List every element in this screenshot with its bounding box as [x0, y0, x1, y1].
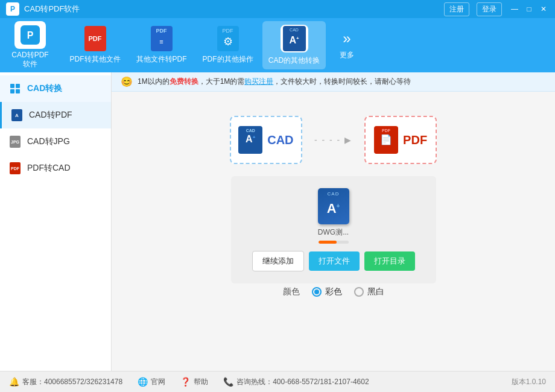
cad-convert-icon: CAD A+	[281, 25, 308, 52]
cad-to-jpg-icon: JPG	[9, 136, 21, 148]
version-info: 版本1.0.10	[512, 377, 546, 387]
pdf-to-other-label: PDF转其他文件	[70, 54, 121, 65]
status-website[interactable]: 🌐 官网	[138, 377, 165, 387]
sidebar: CAD转换 A CAD转PDF JPG CAD转JPG	[0, 72, 112, 371]
phone-icon: 📞	[223, 377, 233, 387]
color-radio-selected[interactable]	[312, 287, 322, 297]
svg-rect-4	[10, 89, 14, 93]
globe-icon: 🌐	[138, 377, 148, 387]
close-button[interactable]: ✕	[538, 4, 549, 14]
login-button[interactable]: 登录	[477, 2, 502, 16]
svg-rect-5	[16, 89, 20, 93]
file-name: DWG测...	[318, 227, 349, 238]
toolbar-item-pdf-to-other[interactable]: PDF PDF转其他文件	[63, 21, 127, 69]
sidebar-pdf-to-cad-label: PDF转CAD	[27, 163, 71, 174]
sidebar-item-cad-to-pdf[interactable]: A CAD转PDF	[0, 102, 111, 128]
pdf-label: PDF	[403, 133, 427, 147]
svg-text:PDF: PDF	[11, 166, 20, 171]
pdf-ops-label: PDF的其他操作	[203, 54, 253, 65]
svg-rect-3	[16, 84, 20, 88]
minimize-button[interactable]: —	[509, 4, 520, 14]
app-title: CAD转PDF软件	[24, 4, 80, 14]
logo-area: P CAD转PDF 软件	[6, 21, 54, 69]
file-progress-fill	[319, 241, 337, 244]
status-hotline: 📞 咨询热线：400-668-5572/181-2107-4602	[223, 377, 369, 387]
cad-to-pdf-icon: A	[11, 109, 23, 121]
svg-rect-2	[10, 84, 14, 88]
sidebar-item-pdf-to-cad[interactable]: PDF PDF转CAD	[0, 155, 111, 182]
sidebar-cad-to-jpg-label: CAD转JPG	[27, 136, 70, 147]
color-options: 颜色 彩色 黑白	[283, 286, 384, 297]
color-option-color-label: 彩色	[325, 286, 342, 297]
svg-text:JPG: JPG	[11, 140, 20, 144]
main-container: CAD转换 A CAD转PDF JPG CAD转JPG	[0, 72, 555, 371]
open-dir-button[interactable]: 打开目录	[364, 251, 415, 271]
cad-label: CAD	[267, 133, 293, 147]
bell-icon: 🔔	[9, 377, 19, 387]
file-progress-bar	[319, 241, 349, 244]
pdf-to-other-icon: PDF	[84, 26, 106, 51]
other-to-pdf-label: 其他文件转PDF	[136, 54, 187, 65]
status-bar: 🔔 客服：4006685572/326231478 🌐 官网 ❓ 帮助 📞 咨询…	[0, 371, 555, 392]
action-buttons: 继续添加 打开文件 打开目录	[252, 251, 415, 271]
pdf-ops-icon: PDF ⚙	[217, 26, 239, 51]
title-bar: P CAD转PDF软件 注册 登录 — □ ✕	[0, 0, 555, 18]
grid-icon	[9, 83, 21, 95]
app-logo-small: P	[6, 2, 19, 16]
pdf-to-cad-icon: PDF	[9, 162, 21, 174]
bw-radio[interactable]	[354, 287, 364, 297]
app-logo: P	[14, 21, 46, 49]
sidebar-cad-to-pdf-label: CAD转PDF	[29, 110, 72, 121]
notice-bar: 😊 1M以内的免费转换，大于1M的需购买注册，文件较大时，转换时间较长，请耐心等…	[112, 72, 555, 92]
drop-zone[interactable]: CAD A+ DWG测... 继续添加 打开文件 打开目录	[231, 176, 436, 283]
open-file-button[interactable]: 打开文件	[309, 251, 360, 271]
file-icon-large: CAD A+	[318, 188, 349, 224]
sidebar-header-label: CAD转换	[27, 83, 62, 94]
cad-convert-label: CAD的其他转换	[268, 55, 320, 66]
other-to-pdf-icon: PDF ≡	[151, 26, 173, 51]
cad-source-box: CAD A+ CAD	[230, 116, 302, 164]
maximize-button[interactable]: □	[524, 4, 534, 14]
toolbar-item-pdf-ops[interactable]: PDF ⚙ PDF的其他操作	[196, 21, 259, 69]
notice-emoji: 😊	[121, 76, 133, 87]
notice-text: 1M以内的免费转换，大于1M的需购买注册，文件较大时，转换时间较长，请耐心等待	[138, 77, 411, 87]
color-option-bw-label: 黑白	[367, 286, 384, 297]
logo-text: CAD转PDF 软件	[11, 51, 48, 69]
more-label: 更多	[340, 50, 354, 60]
status-help[interactable]: ❓ 帮助	[180, 377, 208, 387]
register-button[interactable]: 注册	[444, 2, 469, 16]
content-area: 😊 1M以内的免费转换，大于1M的需购买注册，文件较大时，转换时间较长，请耐心等…	[112, 72, 555, 371]
cad-file-icon: CAD A+	[238, 126, 262, 154]
pdf-target-box: PDF 📄 PDF	[364, 116, 437, 164]
sidebar-item-cad-to-jpg[interactable]: JPG CAD转JPG	[0, 128, 111, 155]
toolbar-item-cad-convert[interactable]: CAD A+ CAD的其他转换	[262, 21, 326, 69]
svg-text:P: P	[27, 30, 34, 40]
pdf-file-icon: PDF 📄	[374, 126, 398, 154]
svg-text:A: A	[15, 113, 19, 118]
toolbar-item-more[interactable]: » 更多	[329, 21, 365, 69]
conversion-arrow: - - - - ▶	[314, 135, 352, 145]
toolbar-item-other-to-pdf[interactable]: PDF ≡ 其他文件转PDF	[130, 21, 193, 69]
conversion-area: CAD A+ CAD - - - - ▶ PDF 📄 PDF	[112, 92, 555, 371]
help-icon: ❓	[180, 377, 191, 387]
conversion-flow: CAD A+ CAD - - - - ▶ PDF 📄 PDF	[230, 116, 437, 164]
add-button[interactable]: 继续添加	[252, 251, 304, 271]
file-item: CAD A+ DWG测...	[318, 188, 349, 244]
toolbar: P CAD转PDF 软件 PDF PDF转其他文件 PDF ≡ 其他文件转PDF…	[0, 18, 555, 72]
color-option-bw[interactable]: 黑白	[354, 286, 384, 297]
sidebar-item-cad-convert-header[interactable]: CAD转换	[0, 75, 111, 102]
status-service: 🔔 客服：4006685572/326231478	[9, 377, 122, 387]
color-option-color[interactable]: 彩色	[312, 286, 342, 297]
color-label: 颜色	[283, 286, 300, 297]
